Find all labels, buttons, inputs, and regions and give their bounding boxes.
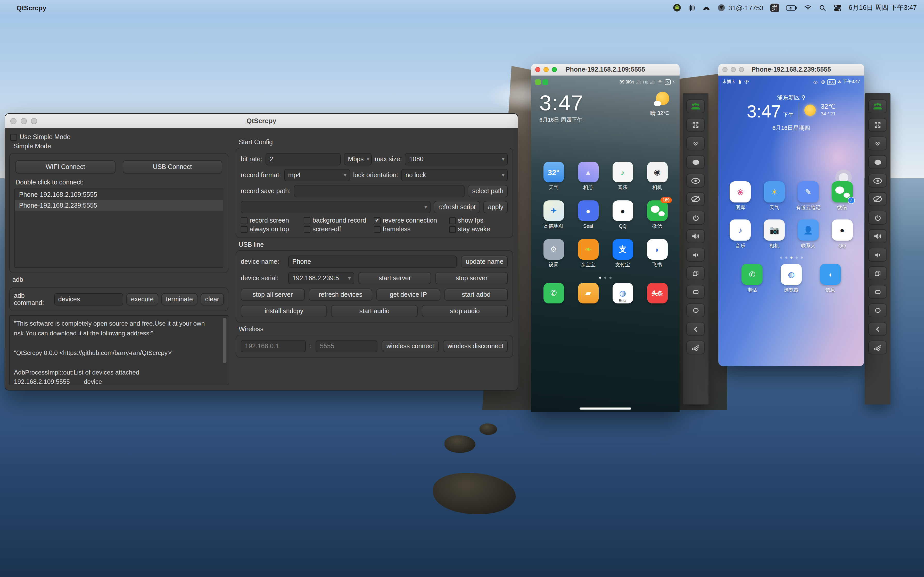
record-save-path-input[interactable]: [294, 185, 464, 197]
screen-off-button[interactable]: [686, 192, 705, 206]
app-weather[interactable]: ☀天气: [758, 181, 792, 211]
phone-call-icon[interactable]: ✆: [742, 264, 763, 285]
browser-icon[interactable]: ◍: [781, 264, 802, 285]
app-seal[interactable]: ●Seal: [571, 200, 605, 230]
app-browser[interactable]: ◍浏览器: [772, 264, 811, 294]
messages-icon[interactable]: ◖: [820, 264, 841, 285]
config-checkbox-background-record[interactable]: background record: [304, 217, 374, 224]
wifi-connect-button[interactable]: WIFI Connect: [16, 160, 115, 174]
wechat-icon[interactable]: ✓: [832, 181, 853, 203]
app-alipay[interactable]: 支支付宝: [605, 239, 640, 268]
weather-icon[interactable]: ☀: [764, 181, 785, 203]
app-phone-call[interactable]: ✆: [536, 283, 571, 303]
app-wechat[interactable]: ✓微信: [825, 181, 859, 211]
config-checkbox-stay-awake[interactable]: stay awake: [449, 226, 508, 233]
device-serial-combo[interactable]: 192.168.2.239:5▼: [288, 272, 354, 284]
touch-button[interactable]: [686, 155, 705, 169]
app-weather[interactable]: 32°天气: [536, 162, 571, 191]
touch-button[interactable]: [868, 155, 887, 169]
fullscreen-button[interactable]: [686, 118, 705, 132]
alipay-icon[interactable]: 支: [612, 239, 633, 259]
terminate-button[interactable]: terminate: [162, 293, 197, 306]
wireless-connect-button[interactable]: wireless connect: [382, 340, 439, 352]
volume-up-button[interactable]: [686, 229, 705, 243]
phone2-titlebar[interactable]: Phone-192.168.2.239:5555: [718, 64, 864, 76]
get-device-IP-button[interactable]: get device IP: [376, 288, 440, 301]
equalizer-icon[interactable]: [688, 3, 695, 12]
config-checkbox-frameless[interactable]: frameless: [374, 226, 449, 233]
app-settings[interactable]: ⚙设置: [536, 239, 571, 268]
back-button[interactable]: [868, 322, 887, 336]
power-button[interactable]: [686, 211, 705, 225]
checkbox-box[interactable]: [10, 134, 17, 140]
wireless-ip-input[interactable]: 192.168.0.1: [241, 340, 306, 352]
refresh-devices-button[interactable]: refresh devices: [309, 288, 372, 301]
app-camera[interactable]: ◉相机: [640, 162, 674, 191]
control-center-icon[interactable]: [833, 3, 842, 12]
seal-icon[interactable]: ●: [578, 200, 598, 221]
log-scrollbar[interactable]: [223, 318, 226, 363]
config-checkbox-show-fps[interactable]: show fps: [449, 217, 508, 224]
max-size-combo[interactable]: 1080▼: [405, 153, 508, 165]
app-music[interactable]: ♪音乐: [724, 219, 758, 249]
screen-on-button[interactable]: [686, 174, 705, 187]
refresh-script-button[interactable]: refresh script: [434, 201, 480, 213]
app-gallery[interactable]: ▲相册: [571, 162, 605, 191]
checkbox-box[interactable]: [449, 226, 456, 233]
checkbox-box[interactable]: [374, 226, 381, 233]
feishu-icon[interactable]: ◗: [647, 239, 667, 259]
wechat-icon[interactable]: 189: [647, 200, 667, 221]
clear-button[interactable]: clear: [200, 293, 224, 306]
bit-rate-unit-combo[interactable]: Mbps▼: [344, 153, 372, 165]
contacts-icon[interactable]: 👤: [798, 219, 819, 240]
app-music[interactable]: ♪音乐: [605, 162, 640, 191]
phone2-screen[interactable]: 未插卡 ! 100 ☘ 下午3:47 浦东新区 ⚲ 3:47 下午 32℃ 34…: [718, 76, 864, 366]
app-qinbaobao[interactable]: ❧亲宝宝: [571, 239, 605, 268]
start-server-button[interactable]: start server: [359, 272, 431, 284]
weather-icon[interactable]: 32°: [543, 162, 564, 182]
phone1-screen[interactable]: 89.9K/s HD 5 ⚡ 3:47 6月16日 周四下午 晴 32°C 32…: [531, 76, 680, 412]
youdao-note-icon[interactable]: ✎: [798, 181, 819, 203]
home-button[interactable]: [868, 303, 887, 318]
apply-button[interactable]: apply: [483, 201, 508, 213]
checkbox-box[interactable]: ✔: [374, 217, 381, 224]
config-checkbox-always-on-top[interactable]: always on top: [241, 226, 304, 233]
expand-notification-button[interactable]: [868, 137, 887, 150]
phone1-titlebar[interactable]: Phone-192.168.2.109:5555: [531, 64, 680, 76]
qinbaobao-icon[interactable]: ❧: [578, 239, 598, 259]
chrome-beta-icon[interactable]: ◍Beta: [612, 283, 633, 303]
qtscrcpy-titlebar[interactable]: QtScrcpy: [5, 114, 518, 128]
app-qq[interactable]: ●QQ: [605, 200, 640, 230]
music-icon[interactable]: ♪: [730, 219, 751, 240]
battery-charging-icon[interactable]: [786, 3, 797, 12]
stop-server-button[interactable]: stop server: [435, 272, 508, 284]
app-notes[interactable]: ▰: [571, 283, 605, 303]
app-photos[interactable]: ❀图库: [724, 181, 758, 211]
device-list[interactable]: Phone-192.168.2.109:5555Phone-192.168.2.…: [15, 189, 223, 268]
adb-command-input[interactable]: devices: [54, 293, 123, 306]
app-messages[interactable]: ◖信息: [811, 264, 850, 294]
screenshot-button[interactable]: [868, 340, 887, 355]
install-sndcpy-button[interactable]: install sndcpy: [241, 305, 327, 318]
record-format-combo[interactable]: mp4▼: [284, 169, 350, 181]
menu-datetime[interactable]: 6月16日 周四 下午3:47: [849, 3, 917, 12]
android-icon[interactable]: [673, 3, 681, 12]
app-amap[interactable]: ✈高德地图: [536, 200, 571, 230]
checkbox-box[interactable]: [241, 217, 247, 224]
amap-icon[interactable]: ✈: [543, 200, 564, 221]
app-contacts[interactable]: 👤联系人: [791, 219, 825, 249]
use-simple-mode-checkbox[interactable]: Use Simple Mode: [10, 134, 228, 141]
device-list-item[interactable]: Phone-192.168.2.109:5555: [15, 189, 223, 200]
config-checkbox-reverse-connection[interactable]: ✔reverse connection: [374, 217, 449, 224]
stop-audio-button[interactable]: stop audio: [422, 305, 508, 318]
start-audio-button[interactable]: start audio: [331, 305, 418, 318]
menu-button[interactable]: [686, 285, 705, 299]
app-phone-call[interactable]: ✆电话: [733, 264, 772, 294]
app-switch-button[interactable]: [686, 266, 705, 280]
update-name-button[interactable]: update name: [461, 256, 508, 268]
stop-all-server-button[interactable]: stop all server: [241, 288, 304, 301]
menu-button[interactable]: [868, 285, 887, 299]
settings-icon[interactable]: ⚙: [543, 239, 564, 259]
app-qq[interactable]: ●QQ: [825, 219, 859, 249]
execute-button[interactable]: execute: [126, 293, 158, 306]
